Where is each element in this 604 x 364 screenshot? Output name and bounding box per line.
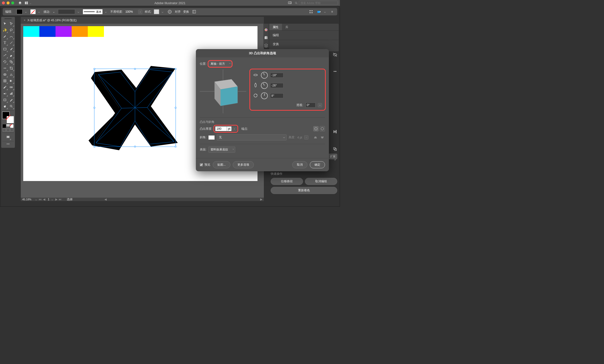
rotate-z-dial[interactable] <box>260 92 268 100</box>
rotate-z-input[interactable] <box>270 93 283 98</box>
bevel-dropdown[interactable]: 无 <box>217 134 287 140</box>
color-panel-icon[interactable] <box>264 28 268 32</box>
position-dropdown[interactable]: 离轴 - 前方 <box>208 61 232 67</box>
close-window[interactable] <box>2 1 5 4</box>
grid-align-icon[interactable] <box>308 9 314 14</box>
draw-behind[interactable] <box>6 128 10 132</box>
fill-swatch[interactable] <box>17 9 23 14</box>
mesh-tool[interactable] <box>2 78 8 84</box>
tab-properties[interactable]: 属性 <box>269 24 282 30</box>
perspective-input[interactable] <box>306 103 315 108</box>
map-art-button[interactable]: 贴图... <box>213 161 230 168</box>
ok-button[interactable]: 确定 <box>310 161 325 168</box>
opacity-stepper[interactable]: › <box>138 10 142 14</box>
endcap-off[interactable] <box>320 126 325 132</box>
draw-normal[interactable] <box>3 128 6 132</box>
workspace-icon[interactable] <box>287 1 292 5</box>
snap-icon[interactable] <box>316 9 322 14</box>
artboard-tool[interactable] <box>2 97 8 103</box>
direct-selection-tool[interactable] <box>8 21 14 27</box>
recolor-button[interactable]: 重新着色 <box>271 187 337 194</box>
help-search-input[interactable] <box>299 1 338 5</box>
layers-panel-icon[interactable] <box>264 43 268 48</box>
more-panel-icon[interactable]: ••• <box>333 70 337 74</box>
screen-mode[interactable] <box>5 134 11 140</box>
eye-panel-icon[interactable] <box>333 52 337 57</box>
zoom-indicator[interactable]: 45.18% <box>21 198 35 201</box>
more-options-button[interactable]: 更多选项 <box>233 161 254 168</box>
surface-dropdown[interactable]: 塑料效果底纹 <box>208 146 235 153</box>
selection-tool[interactable] <box>2 21 8 27</box>
pen-tool[interactable] <box>2 33 8 40</box>
extend-badge[interactable]: 扩展 <box>328 154 337 159</box>
zoom-tool[interactable] <box>8 103 14 109</box>
bounding-box[interactable] <box>94 69 176 147</box>
symbol-sprayer-tool[interactable] <box>2 90 8 97</box>
blend-tool[interactable] <box>8 84 14 90</box>
offset-path-button[interactable]: 位移路径 <box>271 178 303 185</box>
perspective-stepper[interactable]: › <box>318 103 322 107</box>
gradient-mode[interactable] <box>6 124 10 128</box>
document-tab[interactable]: × X-玻璃质感.ai* @ 45.18% (RGB/预览) <box>21 17 80 24</box>
none-mode[interactable] <box>10 124 13 128</box>
fill-stroke-indicator[interactable] <box>2 112 14 123</box>
eraser-tool[interactable] <box>8 52 14 59</box>
graphic-style-swatch[interactable] <box>154 9 159 14</box>
3d-cube-preview[interactable] <box>200 69 246 113</box>
stroke-weight-dropdown[interactable]: ⌄ <box>52 10 55 13</box>
rotate-tool[interactable] <box>2 59 8 65</box>
scroll-right[interactable]: ▶ <box>260 198 262 201</box>
tab-library[interactable]: 库 <box>282 24 292 30</box>
depth-stepper[interactable]: › <box>232 127 236 131</box>
ungroup-button[interactable]: 取消编组 <box>305 178 337 185</box>
width-tool[interactable] <box>2 65 8 71</box>
perspective-grid-tool[interactable] <box>8 71 14 78</box>
stroke-dropdown[interactable]: ⌵ <box>38 10 41 13</box>
slice-tool[interactable] <box>8 97 14 103</box>
scroll-left[interactable]: ◀ <box>104 198 107 201</box>
align-panel-icon[interactable] <box>333 130 337 134</box>
opacity-input[interactable] <box>126 10 137 13</box>
magic-wand-tool[interactable]: ✨ <box>2 27 8 33</box>
stroke-swatch[interactable] <box>30 9 36 14</box>
artboard-number[interactable]: 1 <box>46 198 51 201</box>
paintbrush-tool[interactable] <box>8 46 14 52</box>
recolor-icon[interactable] <box>167 9 172 14</box>
curvature-tool[interactable] <box>8 33 14 40</box>
lasso-tool[interactable] <box>8 27 14 33</box>
eyedropper-tool[interactable] <box>2 84 8 90</box>
stroke-profile[interactable]: 基本 <box>83 9 102 14</box>
shaper-tool[interactable] <box>2 52 8 59</box>
type-tool[interactable]: T <box>2 40 8 46</box>
menu-icon[interactable]: ≡ <box>329 9 335 14</box>
free-transform-tool[interactable] <box>8 65 14 71</box>
home-icon[interactable] <box>18 1 23 5</box>
endcap-on[interactable] <box>313 126 319 132</box>
gradient-tool[interactable] <box>8 78 14 84</box>
swatches-panel-icon[interactable] <box>264 36 268 40</box>
rectangle-tool[interactable] <box>2 46 8 52</box>
line-tool[interactable] <box>8 40 14 46</box>
edit-toolbar[interactable]: ••• <box>5 142 11 146</box>
cancel-button[interactable]: 取消 <box>292 161 307 168</box>
maximize-window[interactable] <box>11 1 14 4</box>
close-tab-icon[interactable]: × <box>24 19 25 22</box>
transform-label[interactable]: 变换 <box>183 10 189 14</box>
rotate-y-input[interactable] <box>270 83 283 88</box>
arrange-docs-icon[interactable] <box>24 1 29 5</box>
stroke-weight-input[interactable] <box>58 9 75 14</box>
draw-inside[interactable] <box>10 128 13 132</box>
preview-checkbox[interactable]: 预览 <box>200 163 210 167</box>
hand-tool[interactable] <box>2 103 8 109</box>
fill-dropdown[interactable]: ⌵ <box>25 10 28 13</box>
align-label[interactable]: 对齐 <box>175 10 181 14</box>
shape-builder-tool[interactable] <box>2 71 8 78</box>
minimize-window[interactable] <box>7 1 10 4</box>
graph-tool[interactable] <box>8 90 14 97</box>
isolate-icon[interactable] <box>191 9 197 14</box>
rotate-x-input[interactable] <box>270 73 283 78</box>
rotate-x-dial[interactable] <box>260 71 268 79</box>
artboard-nav[interactable]: ⏮◀ <box>38 198 46 201</box>
rotate-y-dial[interactable] <box>260 81 269 90</box>
scale-tool[interactable] <box>8 59 14 65</box>
